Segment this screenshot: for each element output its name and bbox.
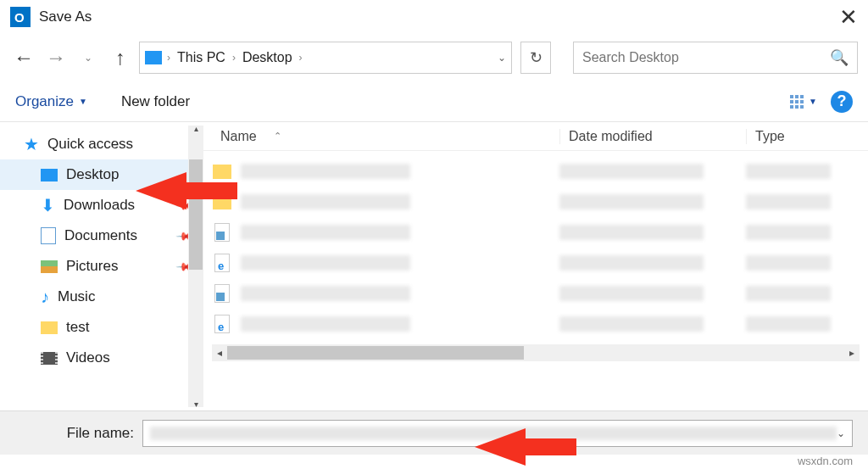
annotation-arrow bbox=[475, 428, 526, 466]
file-name-cell bbox=[241, 286, 410, 301]
scrollbar-thumb[interactable] bbox=[227, 346, 524, 360]
type-cell bbox=[746, 164, 831, 179]
type-cell bbox=[746, 286, 831, 301]
date-cell bbox=[559, 225, 704, 240]
chevron-down-icon: ▼ bbox=[79, 97, 87, 106]
column-date[interactable]: Date modified bbox=[559, 129, 746, 144]
file-icon bbox=[214, 284, 230, 303]
file-name-bar: File name: ⌄ bbox=[0, 410, 868, 455]
crumb-this-pc[interactable]: This PC bbox=[172, 50, 231, 65]
sidebar-item-label: Downloads bbox=[64, 197, 135, 214]
sidebar-item-label: Documents bbox=[64, 227, 137, 244]
sidebar-item-documents[interactable]: Documents📌 bbox=[0, 221, 203, 251]
scrollbar-thumb[interactable] bbox=[189, 159, 203, 270]
table-row[interactable] bbox=[203, 278, 868, 309]
refresh-button[interactable]: ↻ bbox=[520, 42, 551, 74]
outlook-icon: O bbox=[10, 7, 31, 27]
date-cell bbox=[559, 194, 704, 209]
search-box[interactable]: 🔍 bbox=[573, 42, 858, 74]
sidebar-item-label: Desktop bbox=[66, 166, 119, 183]
sidebar-item-music[interactable]: ♪Music bbox=[0, 282, 203, 312]
table-row[interactable] bbox=[203, 309, 868, 339]
sidebar-item-quick-access[interactable]: ★Quick access bbox=[0, 129, 203, 159]
star-icon: ★ bbox=[24, 134, 39, 154]
horizontal-scrollbar[interactable]: ◂ ▸ bbox=[212, 344, 860, 361]
column-type[interactable]: Type bbox=[746, 129, 868, 144]
sidebar-item-videos[interactable]: Videos bbox=[0, 343, 203, 373]
document-icon bbox=[41, 227, 56, 244]
search-input[interactable] bbox=[582, 50, 830, 65]
file-name-cell bbox=[241, 255, 410, 271]
file-name-label: File name: bbox=[15, 425, 142, 442]
edge-file-icon bbox=[214, 315, 230, 333]
download-icon: ⬇ bbox=[41, 195, 55, 215]
explorer-body: ★Quick accessDesktop⬇Downloads📌Documents… bbox=[0, 122, 868, 410]
source-watermark: wsxdn.com bbox=[798, 455, 853, 467]
type-cell bbox=[746, 225, 831, 240]
folder-icon bbox=[41, 321, 58, 334]
toolbar: Organize▼ New folder ▼ ? bbox=[0, 81, 868, 122]
desktop-icon bbox=[41, 169, 58, 181]
sidebar-item-label: Quick access bbox=[47, 136, 133, 153]
help-icon[interactable]: ? bbox=[831, 91, 853, 113]
search-icon[interactable]: 🔍 bbox=[830, 48, 849, 67]
up-button[interactable]: ↑ bbox=[107, 44, 134, 71]
close-icon[interactable]: ✕ bbox=[839, 4, 858, 31]
sidebar-item-label: Music bbox=[58, 288, 95, 305]
column-name[interactable]: Name ⌃ bbox=[203, 129, 559, 144]
view-options[interactable]: ▼ bbox=[790, 95, 817, 109]
back-button[interactable]: ← bbox=[10, 44, 37, 71]
table-row[interactable] bbox=[203, 248, 868, 278]
file-list: Name ⌃ Date modified Type ◂ ▸ bbox=[203, 122, 868, 410]
organize-menu[interactable]: Organize▼ bbox=[15, 93, 87, 110]
scroll-left-icon[interactable]: ◂ bbox=[212, 347, 227, 359]
history-dropdown[interactable]: ⌄ bbox=[75, 44, 102, 71]
view-icon bbox=[790, 95, 804, 109]
date-cell bbox=[559, 164, 704, 179]
table-row[interactable] bbox=[203, 187, 868, 217]
type-cell bbox=[746, 316, 831, 332]
sidebar-item-test[interactable]: test bbox=[0, 312, 203, 343]
type-cell bbox=[746, 255, 831, 271]
chevron-right-icon: › bbox=[299, 52, 303, 64]
scroll-up-icon[interactable]: ▴ bbox=[188, 124, 203, 133]
new-folder-button[interactable]: New folder bbox=[121, 93, 190, 110]
svg-text:O: O bbox=[14, 10, 25, 25]
column-headers: Name ⌃ Date modified Type bbox=[203, 122, 868, 151]
scroll-down-icon[interactable]: ▾ bbox=[188, 399, 203, 409]
table-row[interactable] bbox=[203, 217, 868, 248]
scroll-right-icon[interactable]: ▸ bbox=[844, 347, 860, 359]
file-name-cell bbox=[241, 194, 410, 209]
date-cell bbox=[559, 286, 704, 301]
music-icon: ♪ bbox=[41, 288, 49, 307]
annotation-arrow bbox=[136, 172, 186, 209]
chevron-down-icon[interactable]: ⌄ bbox=[837, 427, 845, 439]
edge-file-icon bbox=[214, 254, 230, 272]
sort-indicator-icon: ⌃ bbox=[274, 131, 281, 142]
window-title: Save As bbox=[39, 8, 92, 25]
file-name-cell bbox=[241, 225, 410, 240]
videos-icon bbox=[41, 352, 58, 365]
type-cell bbox=[746, 194, 831, 209]
chevron-right-icon: › bbox=[167, 52, 170, 64]
crumb-desktop[interactable]: Desktop bbox=[237, 50, 298, 65]
sidebar-item-label: Videos bbox=[66, 349, 110, 366]
chevron-down-icon: ▼ bbox=[809, 97, 817, 106]
chevron-right-icon: › bbox=[232, 52, 236, 64]
pictures-icon bbox=[41, 260, 58, 273]
date-cell bbox=[559, 255, 704, 271]
sidebar-item-label: Pictures bbox=[66, 258, 118, 275]
file-icon bbox=[214, 223, 230, 242]
sidebar-item-label: test bbox=[66, 319, 89, 336]
breadcrumb[interactable]: › This PC › Desktop › ⌄ bbox=[139, 42, 512, 74]
file-name-cell bbox=[241, 316, 410, 332]
breadcrumb-dropdown[interactable]: ⌄ bbox=[498, 52, 506, 64]
table-row[interactable] bbox=[203, 156, 868, 187]
date-cell bbox=[559, 316, 704, 332]
title-bar: O Save As ✕ bbox=[0, 0, 868, 34]
sidebar-scrollbar[interactable]: ▴ ▾ bbox=[188, 126, 203, 407]
file-name-cell bbox=[241, 164, 410, 179]
sidebar: ★Quick accessDesktop⬇Downloads📌Documents… bbox=[0, 122, 203, 410]
nav-row: ← → ⌄ ↑ › This PC › Desktop › ⌄ ↻ 🔍 bbox=[0, 34, 868, 81]
sidebar-item-pictures[interactable]: Pictures📌 bbox=[0, 251, 203, 282]
